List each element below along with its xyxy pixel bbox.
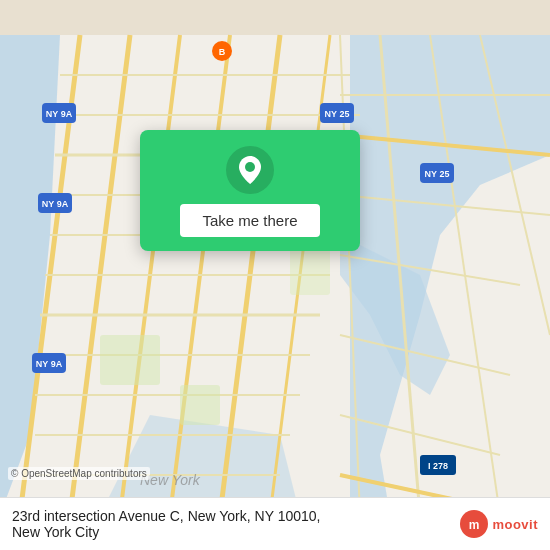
address-block: 23rd intersection Avenue C, New York, NY… xyxy=(12,508,320,540)
map-container: NY 9A NY 9A NY 9A NY 25 NY 25 B I 278 Ne… xyxy=(0,0,550,550)
svg-rect-45 xyxy=(180,385,220,425)
moovit-label: moovit xyxy=(492,517,538,532)
map-card: Take me there xyxy=(140,130,360,251)
copyright-notice: © OpenStreetMap contributors xyxy=(8,467,150,480)
svg-text:I 278: I 278 xyxy=(428,461,448,471)
moovit-logo: m moovit xyxy=(460,510,538,538)
take-me-there-button[interactable]: Take me there xyxy=(180,204,319,237)
svg-text:m: m xyxy=(469,518,480,532)
svg-point-48 xyxy=(245,162,255,172)
svg-text:NY 9A: NY 9A xyxy=(46,109,73,119)
bottom-bar: 23rd intersection Avenue C, New York, NY… xyxy=(0,497,550,550)
svg-text:NY 9A: NY 9A xyxy=(42,199,69,209)
location-pin-icon xyxy=(226,146,274,194)
address-line1: 23rd intersection Avenue C, New York, NY… xyxy=(12,508,320,524)
moovit-icon: m xyxy=(460,510,488,538)
svg-rect-44 xyxy=(100,335,160,385)
address-line2: New York City xyxy=(12,524,320,540)
svg-text:NY 9A: NY 9A xyxy=(36,359,63,369)
svg-text:NY 25: NY 25 xyxy=(425,169,450,179)
svg-text:B: B xyxy=(219,47,226,57)
svg-text:NY 25: NY 25 xyxy=(325,109,350,119)
